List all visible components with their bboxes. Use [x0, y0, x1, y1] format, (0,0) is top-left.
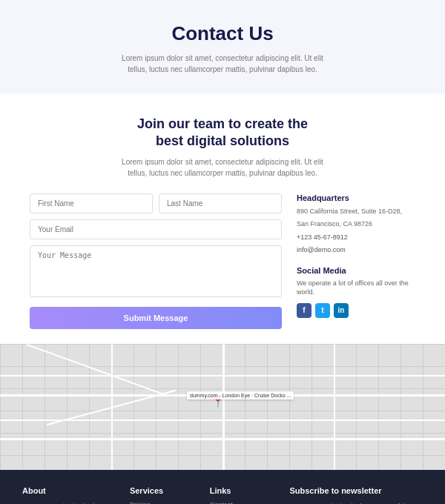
map-pin — [214, 400, 222, 412]
footer: About Lorem Ipsum is simply dummy text o… — [0, 470, 445, 504]
name-row — [30, 193, 282, 213]
facebook-icon[interactable]: f — [297, 303, 312, 318]
footer-grid: About Lorem Ipsum is simply dummy text o… — [22, 486, 423, 504]
footer-services-col: Services Pricing Our Blog About Us Our T… — [130, 486, 199, 504]
headquarters-email: info@demo.com — [297, 245, 415, 256]
footer-newsletter-col: Subscribe to newsletter Lorem Ipsum is s… — [289, 486, 423, 504]
hero-section: Contact Us Lorem ipsum dolor sit amet, c… — [0, 0, 445, 93]
hero-description: Lorem ipsum dolor sit amet, consectetur … — [119, 53, 326, 75]
map-road — [334, 344, 335, 470]
submit-button[interactable]: Submit Message — [30, 307, 282, 329]
form-contact-wrapper: Submit Message Headquarters 890 Californ… — [30, 193, 415, 329]
last-name-input[interactable] — [159, 193, 282, 213]
footer-newsletter-text: Lorem Ipsum is simply dummy text of the … — [289, 501, 423, 504]
footer-links-list: Contact FAQ Coming Soon 404 Error — [210, 501, 279, 504]
headquarters-title: Headquarters — [297, 193, 415, 202]
map-road-diagonal — [27, 344, 167, 396]
map-label: dummy.com - London Eye · Cruise Docks ..… — [187, 391, 294, 399]
message-input[interactable] — [30, 245, 282, 297]
form-heading: Join our team to create the best digital… — [30, 116, 415, 150]
contact-info-panel: Headquarters 890 California Street, Suit… — [297, 193, 415, 329]
footer-services-list: Pricing Our Blog About Us Our Team — [130, 501, 199, 504]
social-media-title: Social Media — [297, 266, 415, 275]
form-section: Join our team to create the best digital… — [0, 93, 445, 344]
list-item[interactable]: Contact — [210, 501, 279, 504]
page-title: Contact Us — [15, 22, 430, 45]
email-input[interactable] — [30, 219, 282, 239]
contact-form: Submit Message — [30, 193, 282, 329]
footer-about-title: About — [22, 486, 119, 495]
footer-links-col: Links Contact FAQ Coming Soon 404 Error — [210, 486, 279, 504]
footer-about-col: About Lorem Ipsum is simply dummy text o… — [22, 486, 119, 504]
footer-about-text: Lorem Ipsum is simply dummy text of the … — [22, 501, 119, 504]
form-subtext: Lorem ipsum dolor sit amet, consectetur … — [119, 156, 326, 179]
social-icons-row: f t in — [297, 303, 415, 318]
headquarters-phone: +123 45-67-8912 — [297, 233, 415, 243]
social-media-panel: Social Media We operate a lot of offices… — [297, 266, 415, 318]
footer-services-title: Services — [130, 486, 199, 495]
map-section: dummy.com - London Eye · Cruise Docks ..… — [0, 344, 445, 470]
twitter-icon[interactable]: t — [315, 303, 330, 318]
linkedin-icon[interactable]: in — [334, 303, 349, 318]
headquarters-city: San Francisco, CA 98726 — [297, 219, 415, 230]
list-item[interactable]: Pricing — [130, 501, 199, 504]
footer-links-title: Links — [210, 486, 279, 495]
social-media-description: We operate a lot of offices all over the… — [297, 279, 415, 297]
headquarters-address: 890 California Street, Suite 16-D28, — [297, 207, 415, 217]
footer-newsletter-title: Subscribe to newsletter — [289, 486, 423, 495]
map-background: dummy.com - London Eye · Cruise Docks ..… — [0, 344, 445, 470]
headquarters-info: Headquarters 890 California Street, Suit… — [297, 193, 415, 256]
first-name-input[interactable] — [30, 193, 153, 213]
